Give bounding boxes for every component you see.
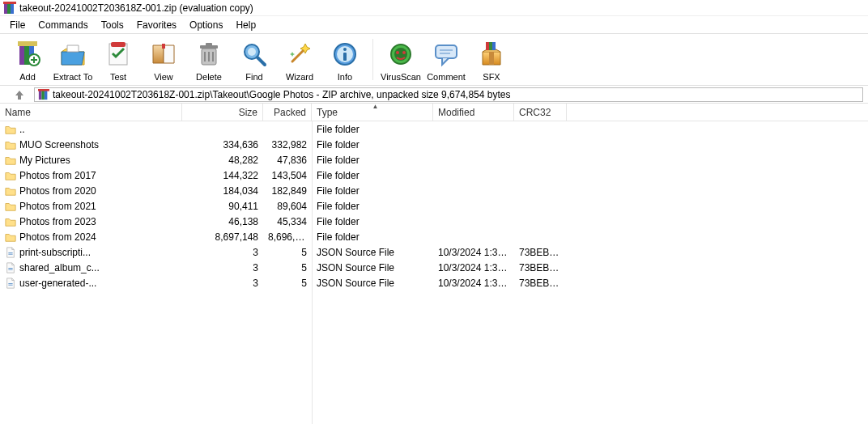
test-icon — [104, 38, 132, 70]
menubar: FileCommandsToolsFavoritesOptionsHelp — [0, 16, 868, 34]
find-button[interactable]: Find — [232, 36, 277, 83]
cell-size: 334,636 — [182, 139, 263, 151]
cell-type: File folder — [312, 185, 433, 197]
menu-help[interactable]: Help — [229, 18, 262, 32]
table-row[interactable]: Photos from 2017144,322143,504File folde… — [0, 167, 868, 183]
cell-size: 48,282 — [182, 155, 263, 166]
table-row[interactable]: MUO Screenshots334,636332,982File folder — [0, 137, 868, 152]
view-button[interactable]: View — [141, 36, 186, 83]
svg-rect-33 — [489, 52, 494, 65]
toolbar-label: Comment — [427, 70, 466, 82]
comment-button[interactable]: Comment — [423, 36, 469, 83]
svg-rect-2 — [11, 2, 14, 14]
column-header-crc32[interactable]: CRC32 — [514, 104, 567, 121]
virusscan-icon — [387, 38, 415, 70]
delete-icon — [195, 38, 223, 70]
cell-name: MUO Screenshots — [19, 139, 99, 151]
svg-rect-40 — [38, 89, 49, 91]
svg-rect-14 — [206, 43, 212, 46]
table-row[interactable]: print-subscripti...35JSON Source File10/… — [0, 244, 868, 260]
cell-size: 46,138 — [182, 216, 263, 227]
virusscan-button[interactable]: VirusScan — [378, 36, 423, 83]
cell-crc: 73BEBBA8 — [514, 247, 567, 258]
table-row[interactable]: shared_album_c...35JSON Source File10/3/… — [0, 260, 868, 275]
sfx-icon — [478, 38, 505, 70]
add-button[interactable]: Add — [5, 36, 50, 83]
extract-to-button[interactable]: Extract To — [50, 36, 96, 83]
toolbar-label: SFX — [483, 70, 500, 82]
cell-type: File folder — [312, 201, 433, 212]
toolbar-label: VirusScan — [381, 70, 421, 82]
toolbar-label: Delete — [196, 70, 222, 82]
cell-type: JSON Source File — [312, 247, 433, 258]
cell-type: File folder — [312, 216, 433, 227]
svg-rect-10 — [111, 42, 126, 47]
cell-type: JSON Source File — [312, 278, 433, 289]
cell-type: File folder — [312, 139, 433, 151]
cell-size: 3 — [182, 247, 263, 258]
table-row[interactable]: My Pictures48,28247,836File folder — [0, 152, 868, 167]
column-header-type[interactable]: Type▲ — [312, 104, 433, 121]
svg-line-20 — [257, 57, 265, 65]
cell-name: Photos from 2017 — [19, 170, 96, 181]
table-row[interactable]: ..File folder — [0, 121, 868, 137]
svg-rect-3 — [3, 2, 16, 4]
table-row[interactable]: Photos from 202190,41189,604File folder — [0, 198, 868, 214]
cell-modified: 10/3/2024 1:36 ... — [433, 262, 514, 273]
svg-rect-7 — [18, 41, 37, 46]
column-header-name[interactable]: Name — [0, 104, 182, 121]
svg-rect-46 — [8, 284, 12, 285]
menu-tools[interactable]: Tools — [95, 18, 130, 32]
menu-favorites[interactable]: Favorites — [130, 18, 183, 32]
folder-icon — [5, 139, 16, 151]
folder-icon — [5, 170, 16, 181]
info-button[interactable]: Info — [322, 36, 368, 83]
extract-to-icon — [59, 38, 87, 70]
test-button[interactable]: Test — [96, 36, 141, 83]
svg-point-29 — [402, 51, 406, 54]
column-header-row: Name Size Packed Type▲ Modified CRC32 — [0, 104, 868, 121]
toolbar-separator — [372, 39, 373, 80]
cell-size: 3 — [182, 278, 263, 289]
cell-name: shared_album_c... — [19, 262, 100, 273]
toolbar-label: Info — [338, 70, 352, 82]
wizard-icon — [286, 38, 313, 70]
svg-rect-35 — [489, 42, 492, 50]
menu-options[interactable]: Options — [183, 18, 229, 32]
toolbar-label: Extract To — [53, 70, 93, 82]
menu-file[interactable]: File — [3, 18, 32, 32]
column-header-size[interactable]: Size — [182, 104, 263, 121]
svg-point-19 — [248, 48, 256, 56]
svg-point-24 — [343, 48, 347, 51]
table-row[interactable]: Photos from 20248,697,1488,696,000File f… — [0, 229, 868, 244]
cell-packed: 89,604 — [263, 201, 312, 212]
svg-rect-0 — [4, 2, 7, 14]
column-header-packed[interactable]: Packed — [263, 104, 312, 121]
sfx-button[interactable]: SFX — [469, 36, 514, 83]
column-header-modified[interactable]: Modified — [433, 104, 514, 121]
toolbar-label: View — [154, 70, 173, 82]
add-icon — [14, 38, 41, 70]
file-icon — [5, 247, 16, 258]
folder-icon — [5, 124, 16, 135]
table-row[interactable]: Photos from 2020184,034182,849File folde… — [0, 183, 868, 198]
folder-icon — [5, 231, 16, 243]
folder-icon — [5, 216, 16, 227]
menu-commands[interactable]: Commands — [32, 18, 94, 32]
path-field[interactable]: takeout-20241002T203618Z-001.zip\Takeout… — [34, 87, 863, 102]
find-icon — [240, 38, 268, 70]
delete-button[interactable]: Delete — [186, 36, 232, 83]
cell-modified: 10/3/2024 1:36 ... — [433, 247, 514, 258]
cell-type: JSON Source File — [312, 262, 433, 273]
table-row[interactable]: user-generated-...35JSON Source File10/3… — [0, 275, 868, 290]
wizard-button[interactable]: Wizard — [277, 36, 322, 83]
cell-name: Photos from 2020 — [19, 185, 96, 197]
cell-type: File folder — [312, 124, 433, 135]
cell-packed: 47,836 — [263, 155, 312, 166]
cell-type: File folder — [312, 231, 433, 243]
up-arrow-button[interactable] — [8, 86, 31, 104]
cell-modified: 10/3/2024 1:36 ... — [433, 278, 514, 289]
svg-rect-4 — [19, 44, 24, 65]
info-icon — [331, 38, 359, 70]
table-row[interactable]: Photos from 202346,13845,334File folder — [0, 214, 868, 229]
